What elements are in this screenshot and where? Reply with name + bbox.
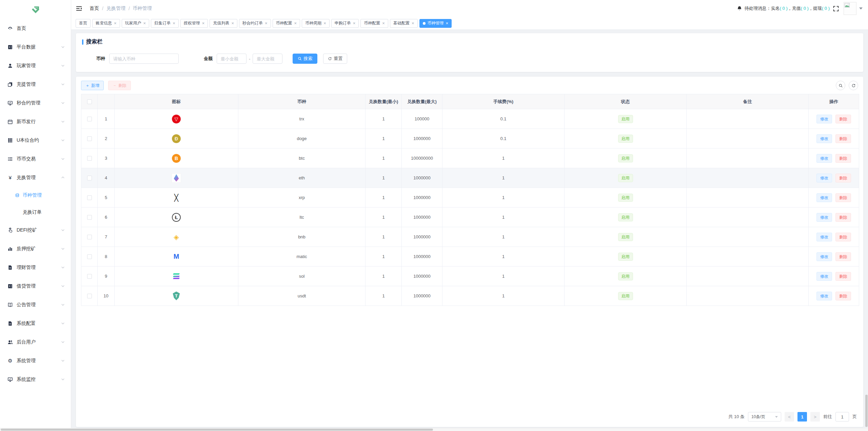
sidebar-subitem-1[interactable]: 兑换订单	[0, 204, 71, 221]
next-page-button[interactable]: >	[810, 412, 820, 422]
tab-4[interactable]: 授权管理×	[180, 19, 208, 28]
close-icon[interactable]: ×	[202, 21, 205, 25]
max-amount-input[interactable]	[253, 54, 282, 64]
tab-8[interactable]: 币种周期×	[302, 19, 330, 28]
delete-row-button[interactable]: 删除	[835, 134, 851, 143]
add-button[interactable]: ＋ 新增	[81, 81, 104, 90]
close-icon[interactable]: ×	[173, 21, 175, 25]
tab-1[interactable]: 账变信息×	[92, 19, 120, 28]
close-icon[interactable]: ×	[382, 21, 385, 25]
row-checkbox[interactable]	[87, 235, 92, 239]
sidebar-item-5[interactable]: 新币发行	[0, 112, 71, 131]
delete-row-button[interactable]: 删除	[835, 213, 851, 222]
tab-7[interactable]: 币种配置×	[273, 19, 300, 28]
edit-button[interactable]: 修改	[816, 213, 832, 222]
sidebar-item-3[interactable]: 充提管理	[0, 75, 71, 94]
goto-page-input[interactable]	[835, 412, 849, 422]
avatar[interactable]	[844, 2, 856, 15]
coin-input[interactable]	[109, 54, 179, 64]
delete-row-button[interactable]: 删除	[835, 233, 851, 241]
close-icon[interactable]: ×	[143, 21, 146, 25]
row-checkbox[interactable]	[87, 176, 92, 180]
tab-10[interactable]: 币种配置×	[360, 19, 388, 28]
edit-button[interactable]: 修改	[816, 193, 832, 202]
sidebar-item-10[interactable]: 质押挖矿	[0, 239, 71, 258]
sidebar-item-14[interactable]: 系统配置	[0, 314, 71, 333]
tab-11[interactable]: 基础配置×	[390, 19, 418, 28]
page-1-button[interactable]: 1	[797, 412, 807, 422]
edit-button[interactable]: 修改	[816, 154, 832, 163]
row-checkbox[interactable]	[87, 215, 92, 220]
edit-button[interactable]: 修改	[816, 115, 832, 123]
sidebar-item-4[interactable]: 秒合约管理	[0, 94, 71, 112]
horizontal-scrollbar-thumb[interactable]	[1, 429, 433, 431]
sidebar-item-7[interactable]: 币币交易	[0, 150, 71, 168]
bell-icon[interactable]	[737, 6, 742, 11]
sidebar-item-15[interactable]: 后台用户	[0, 333, 71, 351]
edit-button[interactable]: 修改	[816, 292, 832, 300]
row-checkbox[interactable]	[87, 136, 92, 141]
edit-button[interactable]: 修改	[816, 252, 832, 261]
sidebar-subitem-0[interactable]: 币种管理	[0, 187, 71, 204]
tab-6[interactable]: 秒合约订单×	[239, 19, 271, 28]
row-checkbox[interactable]	[87, 117, 92, 121]
edit-button[interactable]: 修改	[816, 272, 832, 281]
delete-row-button[interactable]: 删除	[835, 252, 851, 261]
row-checkbox[interactable]	[87, 156, 92, 161]
close-icon[interactable]: ×	[323, 21, 326, 25]
close-icon[interactable]: ×	[446, 21, 449, 25]
row-checkbox[interactable]	[87, 274, 92, 279]
sidebar-item-17[interactable]: 系统监控	[0, 370, 71, 389]
close-icon[interactable]: ×	[353, 21, 356, 25]
delete-row-button[interactable]: 删除	[835, 115, 851, 123]
delete-row-button[interactable]: 删除	[835, 292, 851, 300]
breadcrumb-item-2[interactable]: 币种管理	[133, 5, 152, 12]
tab-2[interactable]: 玩家用户×	[122, 19, 150, 28]
close-icon[interactable]: ×	[412, 21, 414, 25]
sidebar-item-13[interactable]: 公告管理	[0, 295, 71, 314]
edit-button[interactable]: 修改	[816, 134, 832, 143]
tab-9[interactable]: 申购订单×	[331, 19, 359, 28]
collapse-sidebar-icon[interactable]	[76, 6, 82, 11]
sidebar-item-6[interactable]: U本位合约	[0, 131, 71, 150]
row-checkbox[interactable]	[87, 254, 92, 259]
sidebar-item-11[interactable]: 理财管理	[0, 258, 71, 277]
sidebar-item-0[interactable]: 首页	[0, 19, 71, 38]
delete-row-button[interactable]: 删除	[835, 174, 851, 182]
close-icon[interactable]: ×	[114, 21, 117, 25]
edit-button[interactable]: 修改	[816, 174, 832, 182]
horizontal-scrollbar[interactable]	[0, 428, 868, 431]
delete-button[interactable]: － 删除	[108, 81, 131, 90]
min-amount-input[interactable]	[217, 54, 246, 64]
page-size-select[interactable]: 10条/页	[748, 412, 781, 422]
prev-page-button[interactable]: <	[785, 412, 794, 422]
sidebar-item-2[interactable]: 玩家管理	[0, 56, 71, 75]
sidebar-item-16[interactable]: ⚙系统管理	[0, 351, 71, 370]
sidebar-item-12[interactable]: 借贷管理	[0, 277, 71, 295]
sidebar-item-8[interactable]: ¥兑换管理	[0, 168, 71, 187]
breadcrumb-item-0[interactable]: 首页	[90, 5, 99, 12]
delete-row-button[interactable]: 删除	[835, 154, 851, 163]
tab-0[interactable]: 首页	[76, 19, 91, 28]
edit-button[interactable]: 修改	[816, 233, 832, 241]
select-all-checkbox[interactable]	[87, 99, 92, 104]
sidebar-item-9[interactable]: DEFI挖矿	[0, 221, 71, 239]
close-icon[interactable]: ×	[231, 21, 234, 25]
table-search-button[interactable]	[836, 81, 845, 90]
close-icon[interactable]: ×	[265, 21, 268, 25]
breadcrumb-item-1[interactable]: 兑换管理	[106, 5, 125, 12]
row-checkbox[interactable]	[87, 294, 92, 298]
chevron-down-icon[interactable]	[859, 7, 863, 9]
tab-12[interactable]: 币种管理×	[419, 19, 452, 28]
search-button[interactable]: 搜索	[293, 54, 317, 64]
reset-button[interactable]: 重置	[323, 54, 347, 64]
tab-5[interactable]: 充值列表×	[210, 19, 237, 28]
tab-3[interactable]: 归集订单×	[151, 19, 179, 28]
vertical-scrollbar-thumb[interactable]	[865, 395, 868, 427]
delete-row-button[interactable]: 删除	[835, 193, 851, 202]
fullscreen-icon[interactable]	[833, 6, 839, 12]
row-checkbox[interactable]	[87, 195, 92, 200]
sidebar-item-1[interactable]: 平台数据	[0, 38, 71, 56]
table-refresh-button[interactable]	[849, 81, 858, 90]
close-icon[interactable]: ×	[294, 21, 297, 25]
